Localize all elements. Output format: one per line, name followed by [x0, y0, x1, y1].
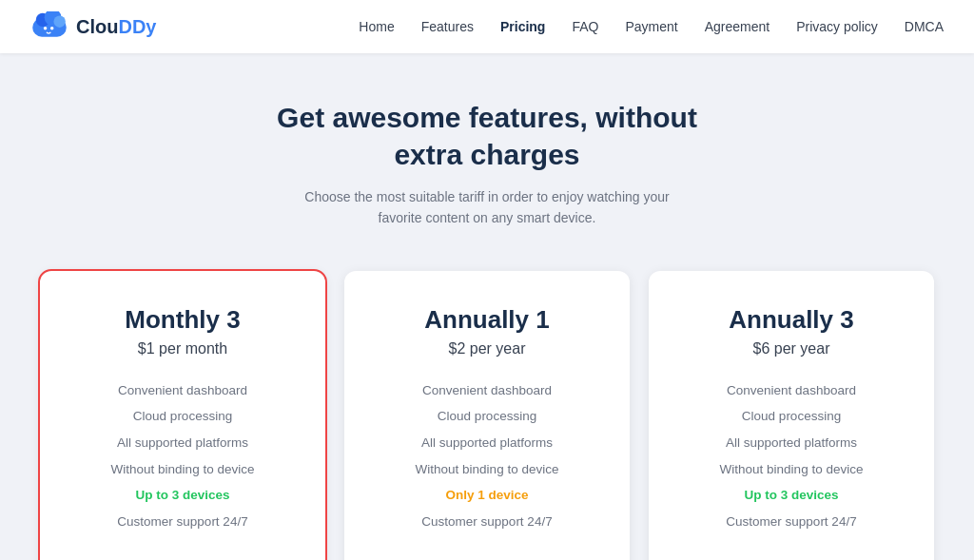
list-item: Cloud processing: [371, 406, 603, 427]
plan-annually3: Annually 3 $6 per year Convenient dashbo…: [649, 271, 934, 560]
list-item: Up to 3 devices: [67, 485, 299, 506]
list-item: All supported platforms: [675, 433, 907, 454]
plan-annually1-price: $2 per year: [449, 340, 526, 357]
nav-privacy[interactable]: Privacy policy: [796, 19, 878, 34]
hero-section: Get awesome features, without extra char…: [0, 53, 974, 260]
logo-text: ClouDDy: [76, 16, 156, 38]
plan-annually3-title: Annually 3: [729, 305, 853, 335]
nav-dmca[interactable]: DMCA: [905, 19, 944, 34]
pricing-cards: Monthly 3 $1 per month Convenient dashbo…: [0, 260, 974, 560]
logo-icon: [30, 11, 68, 42]
svg-point-3: [53, 15, 65, 27]
plan-monthly3: Monthly 3 $1 per month Convenient dashbo…: [40, 271, 325, 560]
list-item: Customer support 24/7: [67, 512, 299, 532]
list-item: Without binding to device: [675, 459, 907, 480]
list-item: Cloud processing: [675, 406, 907, 427]
nav-features[interactable]: Features: [421, 19, 474, 34]
plan-monthly3-price: $1 per month: [138, 340, 227, 357]
main-nav: Home Features Pricing FAQ Payment Agreem…: [359, 19, 944, 34]
plan-monthly3-title: Monthly 3: [125, 305, 240, 335]
list-item: All supported platforms: [67, 433, 299, 454]
logo-text-colored: DDy: [118, 16, 156, 37]
site-header: ClouDDy Home Features Pricing FAQ Paymen…: [0, 0, 974, 53]
nav-payment[interactable]: Payment: [625, 19, 677, 34]
list-item: Up to 3 devices: [675, 485, 907, 506]
nav-pricing[interactable]: Pricing: [500, 19, 545, 34]
list-item: Without binding to device: [67, 459, 299, 480]
nav-home[interactable]: Home: [359, 19, 394, 34]
nav-agreement[interactable]: Agreement: [705, 19, 769, 34]
svg-point-4: [44, 27, 48, 30]
plan-annually3-features: Convenient dashboard Cloud processing Al…: [675, 380, 907, 538]
list-item: Only 1 device: [371, 485, 603, 506]
plan-monthly3-features: Convenient dashboard Cloud processing Al…: [67, 380, 299, 538]
plan-annually3-price: $6 per year: [753, 340, 830, 357]
list-item: Convenient dashboard: [675, 380, 907, 401]
svg-point-5: [50, 27, 54, 30]
nav-faq[interactable]: FAQ: [572, 19, 598, 34]
list-item: Cloud processing: [67, 406, 299, 427]
plan-annually1-features: Convenient dashboard Cloud processing Al…: [371, 380, 603, 538]
hero-title: Get awesome features, without extra char…: [249, 99, 725, 173]
plan-annually1: Annually 1 $2 per year Convenient dashbo…: [344, 271, 630, 560]
plan-annually1-title: Annually 1: [424, 305, 549, 335]
list-item: Convenient dashboard: [371, 380, 603, 401]
logo: ClouDDy: [30, 11, 156, 42]
list-item: Customer support 24/7: [675, 512, 907, 532]
list-item: Convenient dashboard: [67, 380, 299, 401]
list-item: All supported platforms: [371, 433, 603, 454]
hero-subtitle: Choose the most suitable tariff in order…: [287, 186, 687, 229]
list-item: Without binding to device: [371, 459, 603, 480]
list-item: Customer support 24/7: [371, 512, 603, 532]
